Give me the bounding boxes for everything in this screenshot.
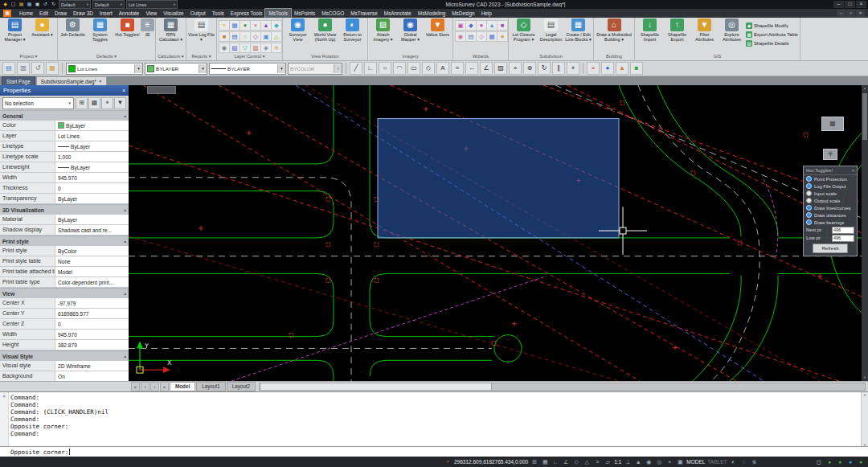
hot-toggle-draw-lines-curves[interactable]: Draw lines/curves xyxy=(804,204,857,211)
hot-toggle-output-scale[interactable]: Output scale xyxy=(804,197,857,204)
close-button[interactable]: × xyxy=(856,1,866,8)
offset-icon[interactable]: ∥ xyxy=(552,62,565,75)
wizard-icon-9[interactable]: ▦ xyxy=(486,31,497,42)
ribbon-button-legal-description-writer[interactable]: ▤Legal Description Writer xyxy=(538,18,564,43)
scroll-down-icon[interactable]: ▼ xyxy=(862,375,868,381)
hot-toggle-input-scale[interactable]: Input scale xyxy=(804,190,857,197)
layer-tool-icon-16[interactable]: ▥ xyxy=(250,43,261,53)
units-icon[interactable]: ◎ xyxy=(655,459,663,465)
property-value-width[interactable]: 945.970 xyxy=(55,173,129,182)
refresh-button[interactable]: Refresh xyxy=(813,244,848,253)
tablet-button[interactable]: TABLET xyxy=(707,459,727,465)
menu-item-home[interactable]: Home xyxy=(16,9,36,18)
filter-icon[interactable]: ▼ xyxy=(114,97,126,109)
menu-item-visualize[interactable]: Visualize xyxy=(160,9,186,18)
quickview-icon[interactable]: ▣ xyxy=(676,459,684,465)
ribbon-button-shapefile-modify[interactable]: ◆Shapefile Modify xyxy=(746,22,798,30)
layer-tool-icon-14[interactable]: ▧ xyxy=(229,43,240,53)
status-coordinates[interactable]: 296312.609,6182765.434,0.000 xyxy=(454,459,528,465)
ortho-icon[interactable]: ∟ xyxy=(551,459,559,465)
ribbon-button-job-defaults[interactable]: ⚙Job Defaults xyxy=(59,18,86,43)
layer-tool-icon-5[interactable]: ▲ xyxy=(260,20,272,31)
ms-flag-icon[interactable]: ▲ xyxy=(616,62,628,75)
section-header-general[interactable]: General▴ xyxy=(0,110,129,121)
new-file-icon[interactable]: ▢ xyxy=(10,1,17,8)
etrack-icon[interactable]: △ xyxy=(583,459,591,465)
first-layout-icon[interactable]: « xyxy=(131,382,140,391)
property-value-color[interactable]: ByLayer xyxy=(55,121,129,130)
property-value-print-style-table[interactable]: None xyxy=(55,256,129,266)
property-value-shadow-display[interactable]: Shadows cast and re... xyxy=(55,225,129,235)
document-tab-subdivisionsample-dwg[interactable]: SubdivisionSample.dwg*× xyxy=(36,76,107,85)
wizard-icon-2[interactable]: ◆ xyxy=(465,20,477,31)
property-value-visual-style[interactable]: 2D Wireframe xyxy=(55,361,129,371)
ribbon-button-create-edit-lots-blocks[interactable]: ▦Create / Edit Lots Blocks ▾ xyxy=(565,18,592,43)
property-value-linetype-scale[interactable]: 1.000 xyxy=(55,152,129,162)
property-value-center-x[interactable]: -97.979 xyxy=(55,298,129,308)
layout-tab-layout1[interactable]: Layout1 xyxy=(196,382,225,391)
wizard-icon-7[interactable]: ▤ xyxy=(465,31,477,42)
hot-toggle-draw-bearings[interactable]: Draw bearings xyxy=(804,219,857,226)
quick-select-icon[interactable]: ▦ xyxy=(88,97,100,109)
grid-icon[interactable]: ▦ xyxy=(541,459,549,465)
layer-manager-icon[interactable]: ▤ xyxy=(2,62,15,75)
status-ok-icon[interactable]: ● xyxy=(825,459,833,465)
property-value-material[interactable]: ByLayer xyxy=(55,215,129,224)
erase-icon[interactable]: × xyxy=(509,62,522,75)
layer-tool-icon-17[interactable]: ◈ xyxy=(260,43,272,53)
section-header-print-style[interactable]: Print style▴ xyxy=(0,236,129,246)
layer-combo[interactable]: Lot Lines▼ xyxy=(66,63,143,75)
draw-polygon-icon[interactable]: ◇ xyxy=(422,62,435,75)
color-combo[interactable]: BYLAYER▼ xyxy=(145,63,207,75)
wizard-icon-6[interactable]: ◉ xyxy=(455,31,466,42)
share-icon[interactable]: ◻ xyxy=(815,459,823,465)
layer-tool-icon-2[interactable]: ▦ xyxy=(229,20,240,31)
layer-tool-icon-13[interactable]: ◉ xyxy=(219,43,230,53)
menu-item-msdesign[interactable]: MsDesign xyxy=(448,9,477,18)
maximize-button[interactable]: □ xyxy=(845,1,855,8)
property-value-linetype[interactable]: ByLayer xyxy=(55,141,129,151)
wizard-icon-5[interactable]: ■ xyxy=(497,20,508,31)
selection-combo[interactable]: No selection ▼ xyxy=(2,97,74,109)
polar-icon[interactable]: ∠ xyxy=(562,459,570,465)
ribbon-button-attach-imagery[interactable]: ▧Attach Imagery ▾ xyxy=(370,18,396,43)
property-value-center-y[interactable]: 6189865.577 xyxy=(55,309,129,318)
hot-toggle-draw-distances[interactable]: Draw distances xyxy=(804,211,857,219)
properties-close-icon[interactable]: × xyxy=(122,85,125,96)
performance-icon[interactable]: ≶ xyxy=(750,459,758,465)
layer-states-icon[interactable]: ▥ xyxy=(17,62,30,75)
scroll-up-icon[interactable]: ▲ xyxy=(862,85,868,92)
menu-item-mscogo[interactable]: MsCOGO xyxy=(318,9,347,18)
new-tab-button[interactable]: + xyxy=(108,77,117,85)
connection-icon[interactable]: ● xyxy=(857,459,865,465)
ribbon-button-assistant[interactable]: ●Assistant ▾ xyxy=(29,18,55,43)
mdi-minimize-button[interactable]: – xyxy=(837,10,845,17)
mdi-close-button[interactable]: × xyxy=(856,10,865,17)
ribbon-button-shapefile-import[interactable]: ↓Shapefile Import xyxy=(637,18,663,43)
menu-item-edit[interactable]: Edit xyxy=(36,9,51,18)
ribbon-button-global-mapper[interactable]: ◉Global Mapper ▾ xyxy=(397,18,424,43)
menu-item-view[interactable]: View xyxy=(142,9,160,18)
wizard-icon-1[interactable]: ▣ xyxy=(455,20,466,31)
layer-tool-icon-18[interactable]: ≋ xyxy=(271,43,282,53)
wizard-icon-3[interactable]: ● xyxy=(476,20,487,31)
hatch-icon[interactable]: ▨ xyxy=(494,62,507,75)
scrollbar-thumb[interactable] xyxy=(261,383,492,390)
ms-erase-icon[interactable]: × xyxy=(587,62,600,75)
visibility-icon[interactable]: ◉ xyxy=(645,459,653,465)
section-header-visual-style[interactable]: Visual Style▴ xyxy=(0,350,129,361)
layer-tool-icon-11[interactable]: ▣ xyxy=(260,31,272,42)
property-value-layer[interactable]: Lot Lines xyxy=(55,131,129,141)
ribbon-button-shapefile-details[interactable]: ▤Shapefile Details xyxy=(746,39,798,47)
menu-item-insert[interactable]: Insert xyxy=(96,9,116,18)
esnap-icon[interactable]: ◇ xyxy=(572,459,580,465)
scroll-up-icon[interactable]: ▲ xyxy=(862,392,868,396)
ribbon-button-world-view-north-up[interactable]: ●World View (North Up) xyxy=(312,18,338,43)
clean-screen-icon[interactable]: ◌ xyxy=(739,459,747,465)
ribbon-button-view-log-file[interactable]: ▤View Log File ▾ xyxy=(188,18,215,43)
open-file-icon[interactable]: ▤ xyxy=(18,1,25,8)
property-value-width[interactable]: 945.970 xyxy=(55,330,129,339)
property-value-background[interactable]: On xyxy=(55,371,129,381)
quick-layer-combo[interactable]: Lot Lines▾ xyxy=(126,0,178,9)
insert-block-icon[interactable]: ⊕ xyxy=(523,62,536,75)
